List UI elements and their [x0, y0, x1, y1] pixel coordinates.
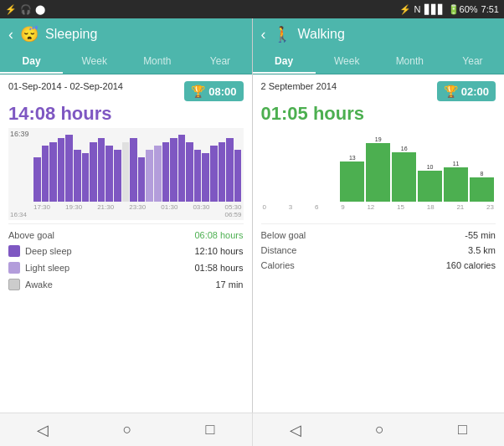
- walk-trophy-icon: 🏆: [444, 85, 458, 98]
- status-right-icons: ⚡ N ▋▋▋ 🔋60% 7:51: [399, 4, 499, 15]
- sleep-tab-bar: Day Week Month Year: [0, 50, 252, 74]
- walk-bar-3: [340, 161, 364, 202]
- w-x-12: 12: [367, 203, 374, 211]
- main-panels: ‹ 😴 Sleeping Day Week Month Year 01-Sep-…: [0, 18, 504, 413]
- sleep-bar-21: [202, 153, 209, 202]
- walk-nav-recent[interactable]: □: [458, 421, 467, 438]
- headset-icon: 🎧: [20, 4, 32, 15]
- sleep-bar-7: [90, 142, 97, 202]
- bottom-nav: ◁ ○ □ ◁ ○ □: [0, 413, 504, 446]
- walk-back-arrow[interactable]: ‹: [261, 26, 266, 44]
- sleep-bar-6: [82, 153, 90, 202]
- walk-nav-back[interactable]: ◁: [290, 421, 301, 439]
- walk-bar-label-8: 8: [470, 171, 494, 177]
- walk-chart: 13191610118 0 3 6 9 12 15 18 21 23: [261, 128, 496, 220]
- walk-tab-week[interactable]: Week: [316, 50, 378, 74]
- walk-panel: ‹ 🚶 Walking Day Week Month Year 2 Septem…: [253, 18, 505, 413]
- sleep-nav-back[interactable]: ◁: [37, 421, 49, 439]
- bluetooth-icon-right: ⚡: [399, 4, 411, 15]
- walk-bar-wrapper-7: 11: [444, 135, 468, 202]
- above-goal-label: Above goal: [8, 230, 54, 240]
- deep-sleep-value: 12:10 hours: [194, 246, 243, 256]
- walk-content: 2 September 2014 🏆 02:00 01:05 hours 131…: [253, 74, 505, 413]
- walk-bar-8: [470, 177, 494, 202]
- bluetooth-icon: ⚡: [5, 4, 17, 15]
- x-label-0530: 05:30: [224, 203, 241, 211]
- sleep-bar-15: [154, 146, 162, 202]
- walk-bar-6: [418, 171, 442, 202]
- sleep-bar-22: [210, 146, 218, 202]
- walk-bar-label-3: 13: [340, 155, 364, 161]
- battery-icon: 🔋60%: [448, 4, 478, 15]
- sleep-panel: ‹ 😴 Sleeping Day Week Month Year 01-Sep-…: [0, 18, 253, 413]
- walk-bar-label-5: 16: [392, 146, 416, 151]
- walk-tab-month[interactable]: Month: [378, 50, 441, 74]
- sleep-bar-17: [170, 138, 177, 202]
- awake-label: Awake: [8, 279, 53, 290]
- x-label-2330: 23:30: [129, 203, 146, 211]
- walk-bar-7: [444, 167, 468, 202]
- awake-legend-box: [8, 279, 20, 290]
- walk-bar-5: [392, 152, 416, 202]
- calories-row: Calories 160 calories: [261, 258, 496, 273]
- sleep-tab-year[interactable]: Year: [188, 50, 251, 74]
- sleep-bar-2: [49, 142, 57, 202]
- sleep-bar-8: [98, 138, 105, 202]
- sleep-badge: 🏆 08:00: [184, 81, 243, 101]
- walk-tab-day[interactable]: Day: [253, 50, 316, 74]
- awake-value: 17 min: [215, 279, 243, 290]
- sleep-back-arrow[interactable]: ‹: [8, 26, 13, 44]
- w-x-21: 21: [456, 203, 464, 211]
- walk-nav-home[interactable]: ○: [375, 421, 384, 438]
- deep-sleep-row: Deep sleep 12:10 hours: [8, 243, 244, 259]
- walk-x-labels: 0 3 6 9 12 15 18 21 23: [261, 203, 496, 211]
- sleep-badge-time: 08:00: [208, 85, 236, 98]
- sleep-bar-12: [130, 138, 137, 202]
- sleep-bar-18: [178, 135, 186, 202]
- sleep-title: Sleeping: [45, 27, 97, 42]
- awake-row: Awake 17 min: [8, 276, 244, 293]
- status-bar: ⚡ 🎧 ⬤ ⚡ N ▋▋▋ 🔋60% 7:51: [0, 0, 504, 18]
- light-sleep-label: Light sleep: [8, 262, 69, 274]
- sleep-bar-25: [234, 150, 242, 202]
- sleep-bottom-labels: 16:34 06:59: [8, 211, 244, 218]
- deep-sleep-text: Deep sleep: [25, 246, 72, 256]
- sleep-nav-home[interactable]: ○: [122, 421, 131, 438]
- above-goal-row: Above goal 06:08 hours: [8, 228, 244, 243]
- walk-tab-year[interactable]: Year: [441, 50, 504, 74]
- sleep-date: 01-Sep-2014 - 02-Sep-2014: [8, 81, 123, 91]
- sleep-bar-9: [105, 146, 113, 202]
- x-label-0130: 01:30: [161, 203, 177, 211]
- sleep-stats: Above goal 06:08 hours Deep sleep 12:10 …: [8, 223, 244, 293]
- x-label-0330: 03:30: [193, 203, 209, 211]
- sleep-tab-month[interactable]: Month: [126, 50, 188, 74]
- x-label-1730: 17:30: [33, 203, 50, 211]
- light-legend-box: [8, 262, 20, 274]
- walk-bar-label-6: 10: [418, 164, 442, 170]
- walk-bar-wrapper-4: 19: [366, 135, 390, 202]
- walk-icon: 🚶: [273, 25, 291, 44]
- walk-bar-wrapper-1: [288, 135, 312, 202]
- distance-value: 3.5 km: [468, 245, 496, 255]
- signal-icon: ▋▋▋: [424, 4, 445, 15]
- light-sleep-value: 01:58 hours: [194, 263, 243, 273]
- sleep-bar-11: [122, 142, 130, 202]
- sleep-bar-24: [226, 138, 234, 202]
- sleep-tab-week[interactable]: Week: [63, 50, 126, 74]
- sleep-start-time: 16:34: [10, 211, 27, 218]
- sleep-nav-recent[interactable]: □: [206, 421, 215, 438]
- sleep-panel-header: ‹ 😴 Sleeping: [0, 18, 252, 50]
- sleep-tab-day[interactable]: Day: [0, 50, 63, 74]
- time-display: 7:51: [481, 4, 499, 14]
- w-x-9: 9: [341, 203, 344, 211]
- calories-value: 160 calories: [446, 260, 496, 270]
- walk-hours: 01:05 hours: [261, 103, 496, 125]
- below-goal-row: Below goal -55 min: [261, 228, 496, 243]
- walk-bar-wrapper-5: 16: [392, 135, 416, 202]
- walk-tab-bar: Day Week Month Year: [253, 50, 505, 74]
- sleep-bar-4: [65, 135, 73, 202]
- walk-bottom-nav: ◁ ○ □: [253, 413, 505, 446]
- w-x-6: 6: [315, 203, 318, 211]
- walk-bars: 13191610118: [261, 128, 496, 203]
- walk-date: 2 September 2014: [261, 81, 337, 91]
